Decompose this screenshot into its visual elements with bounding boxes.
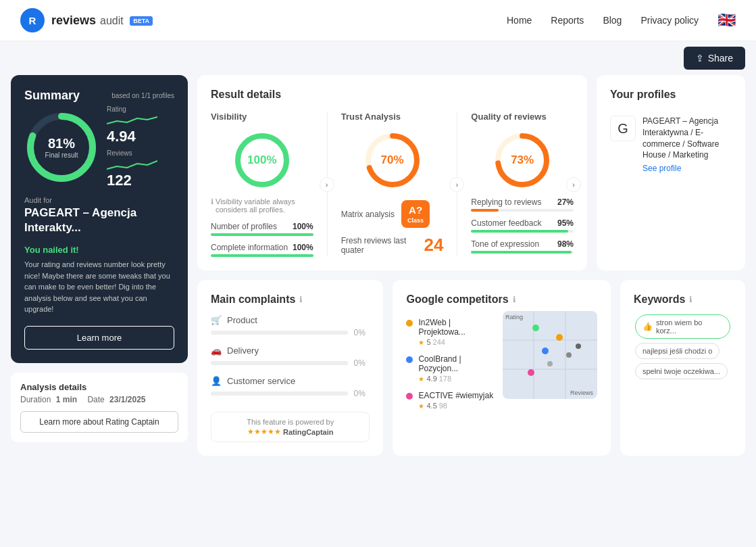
reviews-val: 122 bbox=[107, 172, 157, 189]
comp-dot-2 bbox=[406, 356, 413, 363]
language-flag[interactable]: 🇬🇧 bbox=[717, 11, 736, 29]
google-icon: G bbox=[610, 116, 636, 141]
competitors-info-icon[interactable]: ℹ bbox=[513, 295, 516, 304]
nailed-desc: Your rating and reviews number look pret… bbox=[24, 259, 174, 315]
result-details-title: Result details bbox=[211, 89, 574, 101]
rating-reviews: Rating 4.94 Reviews 122 bbox=[107, 105, 157, 189]
comp-name-2: CoolBrand | Pozycjon... bbox=[418, 354, 496, 373]
nailed-it: You nailed it! bbox=[24, 245, 174, 255]
complaints-card: Main complaints ℹ 🛒 Product 0% 🚗 bbox=[197, 280, 383, 456]
analysis-details: Analysis details Duration 1 min Date 23/… bbox=[11, 373, 188, 442]
scatter-axis-x: Reviews bbox=[570, 389, 593, 396]
competitors-card: Google competitors ℹ In2Web | Projektowa… bbox=[393, 280, 611, 456]
competitors-title: Google competitors bbox=[406, 293, 508, 306]
svg-point-17 bbox=[576, 343, 581, 349]
keyword-tag-1[interactable]: 👍 stron wiem bo korz... bbox=[635, 314, 730, 339]
quality-pct: 73% bbox=[511, 153, 534, 166]
replying-label: Replying to reviews bbox=[471, 197, 541, 207]
summary-title: Summary bbox=[24, 89, 80, 103]
comp-rating-2: 4.9 bbox=[426, 375, 436, 383]
beta-badge: BETA bbox=[130, 16, 153, 26]
profile-item: G PAGEART – Agencja Interaktywna / E-com… bbox=[610, 109, 732, 180]
replying-pct: 27% bbox=[557, 197, 574, 207]
powered-by: This feature is powered by ★★★★★ RatingC… bbox=[211, 412, 370, 442]
svg-point-12 bbox=[556, 334, 563, 341]
service-icon: 👤 bbox=[211, 376, 222, 386]
svg-point-15 bbox=[566, 352, 572, 358]
main-nav: Home Reports Blog Privacy policy 🇬🇧 bbox=[507, 11, 736, 29]
quality-title: Quality of reviews bbox=[471, 112, 574, 122]
final-pct: 81% bbox=[45, 136, 78, 151]
trust-col: Trust Analysis 70% › Matr bbox=[328, 112, 458, 257]
summary-card: Summary based on 1/1 profiles 81% Final … bbox=[11, 75, 188, 363]
visibility-title: Visibility bbox=[211, 112, 313, 122]
comp-dot-1 bbox=[406, 320, 413, 327]
left-panel: Summary based on 1/1 profiles 81% Final … bbox=[11, 75, 188, 456]
scatter-axis-y: Rating bbox=[505, 314, 523, 320]
learn-captain-button[interactable]: Learn more about Rating Captain bbox=[20, 411, 178, 433]
logo-text: reviews audit BETA bbox=[51, 14, 153, 28]
date-val: 23/1/2025 bbox=[109, 395, 145, 404]
profiles-card: Your profiles G PAGEART – Agencja Intera… bbox=[597, 75, 745, 270]
thumb-icon-1: 👍 bbox=[642, 322, 653, 331]
complaints-info-icon[interactable]: ℹ bbox=[299, 295, 303, 304]
score-text: 81% Final result bbox=[45, 136, 78, 159]
final-label: Final result bbox=[45, 151, 78, 159]
keyword-tag-2[interactable]: najlepsi jeśli chodzi o bbox=[635, 343, 720, 359]
header: R reviews audit BETA Home Reports Blog P… bbox=[0, 0, 756, 41]
complete-bar bbox=[211, 254, 313, 257]
learn-more-button[interactable]: Learn more bbox=[24, 326, 174, 350]
score-circle: 81% Final result bbox=[24, 110, 99, 185]
share-button[interactable]: ⇪ Share bbox=[684, 47, 745, 70]
nav-arrow-trust[interactable]: › bbox=[449, 177, 464, 192]
duration-label: Duration bbox=[20, 395, 51, 404]
comp-rating-3: 4.5 bbox=[426, 402, 436, 410]
share-icon: ⇪ bbox=[696, 53, 704, 64]
result-details-card: Result details Visibility 100% bbox=[197, 75, 587, 270]
fresh-label: Fresh reviews last quater bbox=[341, 236, 418, 255]
comp-dot-3 bbox=[406, 393, 413, 400]
keywords-title: Keywords bbox=[634, 293, 685, 306]
visibility-note: Visibility variable always considers all… bbox=[216, 197, 313, 214]
service-pct: 0% bbox=[353, 389, 370, 398]
svg-point-13 bbox=[542, 348, 549, 354]
based-on: based on 1/1 profiles bbox=[111, 92, 174, 99]
see-profile-link[interactable]: See profile bbox=[642, 164, 732, 173]
product-icon: 🛒 bbox=[211, 315, 222, 325]
nav-home[interactable]: Home bbox=[507, 15, 532, 26]
complete-pct: 100% bbox=[293, 243, 313, 252]
visibility-info-icon: ℹ bbox=[211, 197, 213, 206]
keywords-card: Keywords ℹ 👍 stron wiem bo korz... najle… bbox=[620, 280, 745, 456]
powered-name: RatingCaptain bbox=[283, 428, 334, 436]
class-badge: A? Class bbox=[401, 200, 430, 228]
rating-val: 4.94 bbox=[107, 128, 157, 145]
complaint-item-product: 🛒 Product 0% bbox=[211, 315, 370, 337]
nav-reports[interactable]: Reports bbox=[551, 15, 584, 26]
scatter-plot: Reviews Rating bbox=[503, 311, 597, 399]
keyword-tag-3[interactable]: spełni twoje oczekiwa... bbox=[635, 363, 728, 379]
reviews-sparkline bbox=[107, 157, 157, 172]
duration-val: 1 min bbox=[56, 395, 77, 404]
quality-col: Quality of reviews 73% › bbox=[457, 112, 574, 257]
complaints-title: Main complaints bbox=[211, 293, 295, 306]
nav-privacy[interactable]: Privacy policy bbox=[640, 15, 699, 26]
comp-name-1: In2Web | Projektowa... bbox=[418, 318, 496, 337]
main-right: Result details Visibility 100% bbox=[197, 75, 745, 456]
svg-point-16 bbox=[547, 361, 553, 366]
fresh-num: 24 bbox=[424, 235, 443, 256]
keywords-info-icon[interactable]: ℹ bbox=[689, 295, 692, 304]
comp-reviews-3: 98 bbox=[439, 402, 447, 410]
profiles-bar bbox=[211, 233, 313, 236]
competitor-item-3: EACTIVE #wiemyjak ★ 4.5 98 bbox=[406, 391, 496, 410]
profiles-label: Number of profiles bbox=[211, 222, 277, 231]
logo: R reviews audit BETA bbox=[20, 8, 153, 32]
logo-audit: audit BETA bbox=[100, 15, 153, 27]
nav-arrow-quality[interactable]: › bbox=[566, 177, 581, 192]
visibility-col: Visibility 100% › ℹ bbox=[211, 112, 328, 257]
tone-pct: 98% bbox=[557, 239, 574, 249]
svg-point-18 bbox=[532, 325, 539, 331]
competitor-item-1: In2Web | Projektowa... ★ 5 244 bbox=[406, 318, 496, 346]
complete-label: Complete information bbox=[211, 243, 288, 252]
nav-blog[interactable]: Blog bbox=[603, 15, 622, 26]
nav-arrow-visibility[interactable]: › bbox=[320, 177, 334, 192]
